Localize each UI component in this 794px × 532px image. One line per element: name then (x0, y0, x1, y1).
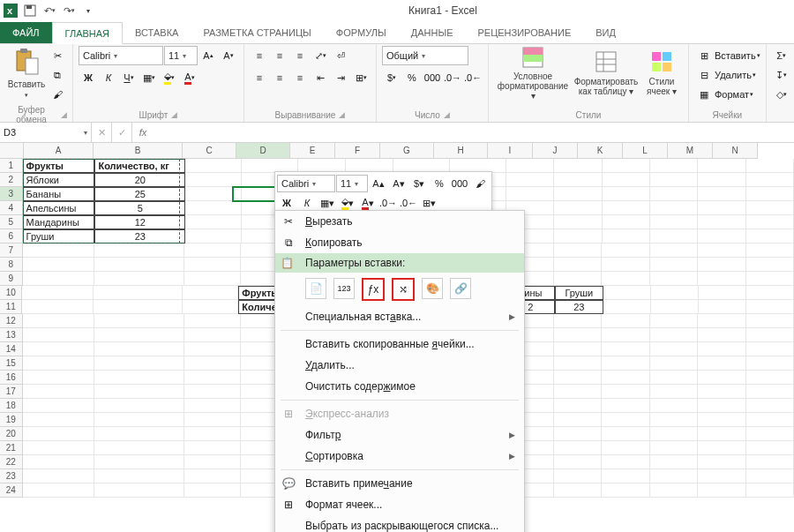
row-header[interactable]: 22 (0, 455, 23, 469)
cell[interactable] (746, 314, 794, 328)
cell[interactable] (602, 244, 649, 258)
cell[interactable]: 23 (94, 229, 185, 244)
cell[interactable] (23, 399, 94, 413)
cell[interactable] (185, 201, 242, 215)
cancel-icon[interactable]: ✕ (92, 123, 112, 142)
cut-icon[interactable]: ✂ (49, 47, 66, 64)
row-header[interactable]: 16 (0, 371, 23, 385)
tab-home[interactable]: ГЛАВНАЯ (52, 22, 123, 44)
column-header[interactable]: M (668, 143, 713, 159)
cell[interactable] (554, 356, 602, 371)
increase-indent-icon[interactable]: ⇥ (332, 69, 349, 86)
mini-border-icon[interactable]: ▦▾ (318, 194, 336, 212)
row-header[interactable]: 1 (0, 159, 23, 173)
cell[interactable]: 12 (94, 215, 185, 229)
cell[interactable] (698, 215, 745, 229)
cell[interactable] (94, 455, 184, 469)
cell[interactable] (603, 229, 650, 244)
cell[interactable] (650, 258, 698, 272)
delete-cells-button[interactable]: ⊟Удалить ▾ (694, 65, 756, 85)
cell[interactable]: Бананы (23, 187, 95, 201)
cell[interactable] (554, 244, 602, 258)
cell[interactable] (94, 300, 183, 314)
name-box[interactable]: D3▾ (0, 123, 92, 142)
cell[interactable] (650, 201, 698, 215)
cell[interactable] (183, 286, 238, 300)
cell[interactable] (184, 469, 241, 483)
cell[interactable] (698, 385, 745, 399)
cell[interactable] (746, 173, 794, 187)
qat-customize-icon[interactable]: ▾ (81, 4, 95, 18)
mini-format-painter-icon[interactable]: 🖌 (471, 175, 489, 192)
row-header[interactable]: 15 (0, 356, 23, 371)
row-header[interactable]: 11 (0, 300, 22, 314)
row-header[interactable]: 2 (0, 173, 23, 187)
cell[interactable] (602, 328, 649, 342)
cell[interactable] (23, 314, 94, 328)
cell[interactable] (746, 159, 794, 173)
cell[interactable] (94, 272, 184, 286)
cell[interactable]: Фрукты (23, 159, 95, 173)
undo-icon[interactable]: ↶▾ (42, 4, 56, 18)
cell[interactable]: Груши (23, 229, 95, 244)
mini-percent-icon[interactable]: % (431, 175, 448, 192)
cell[interactable] (698, 258, 745, 272)
tab-file[interactable]: ФАЙЛ (0, 22, 52, 43)
cell[interactable] (746, 399, 794, 413)
menu-paste-special[interactable]: Специальная вставка...▶ (275, 306, 524, 327)
conditional-formatting-button[interactable]: Условное форматирование ▾ (494, 46, 572, 101)
cell[interactable]: 5 (94, 201, 185, 215)
cell[interactable] (184, 371, 241, 385)
enter-icon[interactable]: ✓ (112, 123, 132, 142)
cell[interactable] (184, 399, 241, 413)
cell[interactable] (650, 469, 698, 483)
cell[interactable] (698, 159, 745, 173)
column-header[interactable]: D (236, 143, 290, 159)
currency-icon[interactable]: $▾ (383, 69, 401, 86)
tab-data[interactable]: ДАННЫЕ (399, 22, 466, 43)
cell[interactable] (698, 441, 745, 455)
cell[interactable] (650, 455, 698, 469)
cell[interactable] (746, 441, 794, 455)
tab-insert[interactable]: ВСТАВКА (123, 22, 191, 43)
clear-icon[interactable]: ◇▾ (773, 86, 790, 103)
cell[interactable] (650, 399, 698, 413)
cell[interactable] (650, 314, 698, 328)
cell[interactable] (185, 159, 242, 173)
decrease-font-icon[interactable]: A▾ (220, 47, 237, 64)
mini-grow-font-icon[interactable]: A▴ (370, 175, 387, 192)
cell[interactable] (554, 258, 602, 272)
row-header[interactable]: 12 (0, 314, 23, 328)
cell[interactable] (746, 483, 794, 498)
row-header[interactable]: 13 (0, 328, 23, 342)
cell[interactable] (554, 215, 602, 229)
cell[interactable] (554, 427, 602, 441)
column-header[interactable]: E (290, 143, 335, 159)
paste-transpose-icon[interactable]: ⤭ (392, 278, 415, 301)
insert-cells-button[interactable]: ⊞Вставить ▾ (694, 46, 760, 65)
cell[interactable] (554, 413, 602, 427)
menu-cut[interactable]: ✂Вырезать (275, 211, 524, 232)
increase-decimal-icon[interactable]: .0→ (444, 69, 461, 86)
align-center-icon[interactable]: ≡ (271, 69, 288, 86)
cell[interactable] (746, 258, 794, 272)
cell[interactable] (746, 328, 794, 342)
cell[interactable] (94, 399, 184, 413)
fill-color-button[interactable]: ⬙▾ (161, 69, 178, 86)
cell[interactable] (698, 455, 745, 469)
cell[interactable] (698, 342, 745, 356)
tab-formulas[interactable]: ФОРМУЛЫ (324, 22, 399, 43)
cell[interactable] (698, 244, 745, 258)
cell[interactable] (602, 413, 649, 427)
tab-view[interactable]: ВИД (583, 22, 628, 43)
cell[interactable] (746, 427, 794, 441)
cell[interactable] (184, 328, 241, 342)
cell[interactable] (23, 371, 94, 385)
cell[interactable] (746, 187, 794, 201)
cell[interactable] (94, 483, 184, 498)
align-middle-icon[interactable]: ≡ (271, 47, 288, 64)
cell[interactable] (698, 371, 745, 385)
cell[interactable] (698, 413, 745, 427)
menu-filter[interactable]: Фильтр▶ (275, 424, 524, 446)
cell[interactable] (94, 328, 184, 342)
